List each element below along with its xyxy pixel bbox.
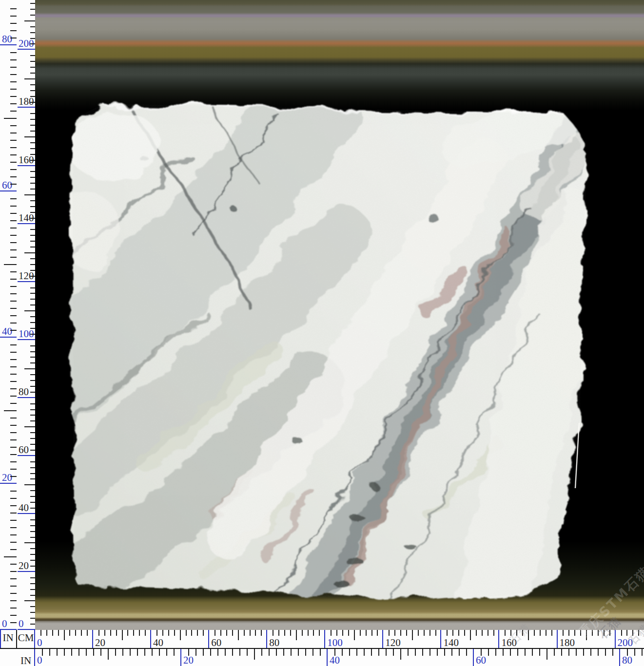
tick-mark (10, 461, 17, 462)
ruler-line-in (619, 649, 620, 666)
ruler-number-cm: 40 (19, 503, 29, 513)
tick-mark (400, 630, 401, 636)
tick-mark (10, 578, 17, 579)
tick-mark (10, 352, 17, 353)
tick-mark (10, 447, 17, 448)
ruler-number-cm: 40 (153, 638, 163, 648)
tick-mark (30, 247, 35, 247)
tick-mark (195, 649, 196, 656)
ruler-number-cm: 0 (37, 638, 42, 648)
tick-mark (10, 220, 17, 221)
tick-mark (276, 649, 277, 656)
tick-mark (10, 16, 17, 17)
tick-mark (30, 595, 35, 596)
tick-mark (10, 542, 17, 543)
tick-mark (30, 276, 35, 277)
tick-mark (139, 630, 140, 636)
tick-mark (592, 630, 593, 636)
tick-mark (10, 147, 17, 148)
tick-mark (488, 649, 489, 656)
tick-mark (360, 630, 361, 636)
tick-mark (10, 52, 17, 53)
tick-mark (30, 113, 35, 114)
tick-mark (574, 630, 575, 636)
tick-mark (226, 630, 227, 636)
tick-mark (627, 649, 628, 656)
tick-mark (422, 649, 423, 656)
tick-mark (30, 478, 35, 479)
ruler-unit-in2-label: IN (20, 656, 34, 666)
tick-mark (30, 618, 35, 619)
tick-mark (30, 589, 35, 590)
tick-mark (371, 649, 372, 656)
tick-mark (412, 630, 413, 640)
ruler-number-in: 60 (2, 180, 12, 190)
ruler-number-cm: 140 (443, 638, 459, 648)
tick-mark (10, 498, 17, 499)
tick-mark (532, 649, 533, 656)
tick-mark (415, 649, 416, 656)
tick-mark (30, 84, 35, 85)
ruler-line-cm (150, 630, 151, 648)
tick-mark (30, 322, 35, 323)
tick-mark (568, 630, 569, 636)
ruler-number-in: 40 (2, 326, 12, 337)
tick-mark (30, 508, 35, 509)
tick-mark (598, 630, 599, 636)
ruler-number-in: 20 (2, 473, 12, 483)
tick-mark (144, 649, 145, 656)
tick-mark (464, 630, 465, 636)
tick-mark (378, 649, 379, 656)
tick-mark (30, 415, 35, 416)
tick-mark (320, 649, 321, 656)
ruler-number-cm: 120 (385, 638, 401, 648)
tick-mark (503, 649, 504, 656)
tick-mark (488, 630, 488, 636)
tick-mark (30, 537, 35, 538)
tick-mark (30, 26, 35, 27)
tick-mark (186, 630, 187, 636)
tick-mark (505, 630, 506, 636)
tick-mark (10, 249, 17, 250)
tick-mark (348, 630, 349, 636)
tick-mark (642, 649, 643, 656)
tick-mark (30, 531, 35, 532)
tick-mark (10, 439, 17, 440)
tick-mark (10, 323, 17, 323)
tick-mark (10, 67, 17, 68)
corner-divider-line (16, 630, 17, 648)
tick-mark (349, 649, 350, 656)
tick-mark (10, 388, 17, 389)
tick-mark (10, 344, 17, 345)
tick-mark (244, 630, 245, 636)
ruler-number-cm: 160 (501, 638, 517, 648)
tick-mark (10, 418, 17, 419)
ruler-number-in: 60 (476, 655, 486, 666)
tick-mark (24, 194, 35, 195)
tick-mark (232, 630, 233, 636)
tick-mark (10, 213, 17, 214)
tick-mark (30, 189, 35, 190)
tick-mark (30, 461, 35, 462)
tick-mark (429, 630, 430, 636)
tick-mark (30, 432, 35, 433)
tick-mark (30, 392, 35, 393)
tick-mark (30, 183, 35, 184)
tick-mark (64, 649, 65, 656)
tick-mark (30, 467, 35, 468)
tick-mark (174, 649, 175, 656)
tick-mark (10, 622, 17, 623)
tick-mark (10, 381, 17, 382)
tick-mark (30, 241, 35, 242)
tick-mark (30, 577, 35, 578)
tick-mark (10, 81, 17, 82)
tick-mark (24, 78, 35, 79)
tick-mark (104, 630, 105, 636)
tick-mark (312, 649, 313, 656)
tick-mark (540, 630, 541, 636)
tick-mark (10, 534, 17, 535)
tick-mark (406, 630, 407, 636)
tick-mark (145, 630, 146, 636)
tick-mark (122, 630, 123, 640)
tick-mark (10, 162, 17, 163)
